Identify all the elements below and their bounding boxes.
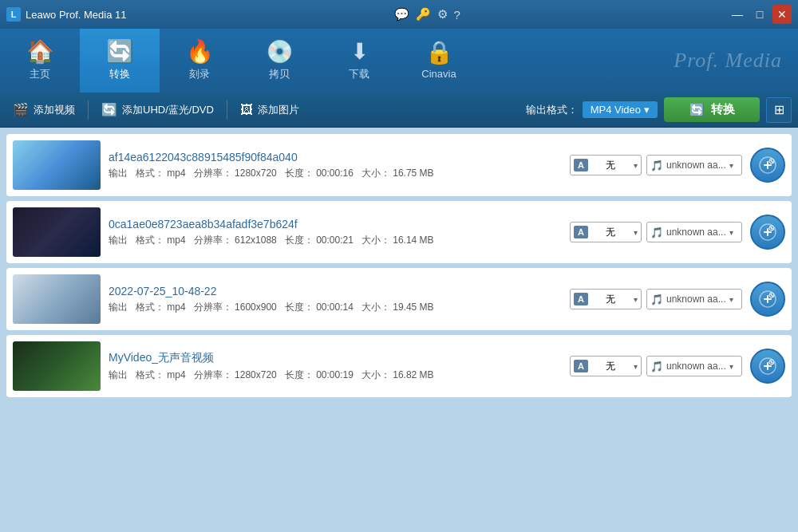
subtitle-caret-icon: ▾ [634, 362, 638, 371]
resolution-value-1: 1280x720 [235, 167, 277, 179]
audio-dropdown-1[interactable]: 🎵 unknown aa... ▾ [646, 155, 742, 175]
nav-copy[interactable]: 💿 拷贝 [239, 29, 319, 93]
toolbar-right: 输出格式： MP4 Video ▾ 🔄 转换 ⊞ [526, 97, 798, 123]
video-meta-4: 输出 格式： mp4 分辨率： 1280x720 长度： 00:00:19 大小… [109, 368, 562, 382]
settings-icon[interactable]: ⚙ [437, 7, 448, 22]
add-video-icon: 🎬 [13, 102, 29, 117]
video-title-3: 2022-07-25_10-48-22 [109, 285, 562, 298]
output-label: 输出 [109, 167, 128, 179]
duration-value-1: 00:00:16 [316, 167, 354, 179]
output-label: 输出 [109, 369, 128, 380]
nav-bar: 🏠 主页 🔄 转换 🔥 刻录 💿 拷贝 ⬇ 下载 🔒 Cinavia Prof.… [0, 29, 798, 93]
app-icon: L [6, 7, 21, 22]
add-image-label: 添加图片 [258, 103, 299, 117]
nav-burn-label: 刻录 [189, 67, 210, 81]
nav-cinavia-label: Cinavia [421, 68, 456, 80]
edit-icon [758, 290, 777, 309]
convert-label: 转换 [711, 102, 735, 117]
size-value-4: 16.82 MB [393, 369, 433, 380]
app-title: Leawo Prof. Media 11 [26, 9, 126, 21]
add-uhd-label: 添加UHD/蓝光/DVD [122, 103, 214, 117]
add-image-button[interactable]: 🖼 添加图片 [227, 93, 312, 127]
size-value-1: 16.75 MB [393, 167, 433, 179]
help-icon[interactable]: ? [454, 8, 460, 22]
resolution-label: 分辨率： [194, 234, 232, 246]
maximize-button[interactable]: □ [750, 5, 769, 24]
key-icon[interactable]: 🔑 [416, 7, 431, 22]
chat-icon[interactable]: 💬 [394, 7, 409, 22]
close-button[interactable]: ✕ [772, 5, 792, 24]
video-thumb-1 [13, 140, 101, 190]
duration-label: 长度： [285, 369, 314, 380]
resolution-value-2: 612x1088 [235, 234, 277, 246]
home-icon: 🏠 [26, 41, 54, 63]
nav-convert-label: 转换 [109, 67, 130, 81]
resolution-value-3: 1600x900 [235, 301, 277, 313]
subtitle-icon: A [574, 159, 588, 171]
format-badge[interactable]: MP4 Video ▾ [583, 101, 658, 118]
format-caret-icon: ▾ [644, 104, 650, 116]
video-info-2: 0ca1ae0e8723aea8b34afadf3e7b624f 输出 格式： … [109, 218, 562, 247]
add-video-button[interactable]: 🎬 添加视频 [0, 93, 88, 127]
duration-label: 长度： [285, 167, 314, 179]
video-thumb-2 [13, 207, 101, 257]
edit-button-2[interactable] [750, 215, 785, 250]
edit-button-3[interactable] [750, 282, 785, 317]
music-icon: 🎵 [650, 227, 663, 238]
nav-home[interactable]: 🏠 主页 [0, 29, 80, 93]
nav-download[interactable]: ⬇ 下载 [319, 29, 399, 93]
brand-text: Prof. Media [674, 49, 782, 73]
title-bar-icons: 💬 🔑 ⚙ ? [394, 7, 460, 22]
audio-dropdown-2[interactable]: 🎵 unknown aa... ▾ [646, 222, 742, 242]
subtitle-dropdown-1[interactable]: A 无 ▾ [570, 155, 642, 175]
video-title-4: MyVideo_无声音视频 [109, 351, 562, 365]
video-item-1: af14ea6122043c88915485f90f84a040 输出 格式： … [6, 134, 792, 196]
nav-cinavia[interactable]: 🔒 Cinavia [399, 29, 479, 93]
subtitle-value: 无 [606, 293, 615, 306]
toolbar: 🎬 添加视频 🔄 添加UHD/蓝光/DVD 🖼 添加图片 输出格式： MP4 V… [0, 93, 798, 128]
resolution-label: 分辨率： [194, 167, 232, 179]
video-meta-3: 输出 格式： mp4 分辨率： 1600x900 长度： 00:00:14 大小… [109, 301, 562, 314]
format-label: 格式： [136, 301, 164, 313]
edit-icon [758, 357, 777, 376]
music-icon: 🎵 [650, 361, 663, 372]
subtitle-dropdown-4[interactable]: A 无 ▾ [570, 356, 642, 376]
video-meta-2: 输出 格式： mp4 分辨率： 612x1088 长度： 00:00:21 大小… [109, 234, 562, 247]
nav-convert[interactable]: 🔄 转换 [80, 29, 160, 93]
add-uhd-button[interactable]: 🔄 添加UHD/蓝光/DVD [89, 93, 227, 127]
subtitle-value: 无 [606, 159, 615, 172]
add-uhd-icon: 🔄 [101, 102, 117, 117]
output-format-label: 输出格式： [526, 103, 578, 117]
format-value-4: mp4 [167, 369, 185, 380]
format-badge-text: MP4 Video [591, 104, 641, 116]
audio-dropdown-4[interactable]: 🎵 unknown aa... ▾ [646, 356, 742, 376]
convert-button[interactable]: 🔄 转换 [664, 97, 760, 122]
audio-caret-icon: ▾ [729, 161, 733, 170]
burn-icon: 🔥 [186, 41, 214, 63]
subtitle-dropdown-3[interactable]: A 无 ▾ [570, 289, 642, 309]
size-value-3: 19.45 MB [393, 301, 433, 313]
copy-icon: 💿 [266, 41, 294, 63]
format-value-1: mp4 [167, 167, 185, 179]
video-thumb-4 [13, 341, 101, 391]
edit-icon [758, 223, 777, 242]
add-image-icon: 🖼 [240, 103, 253, 117]
nav-burn[interactable]: 🔥 刻录 [160, 29, 239, 93]
duration-label: 长度： [285, 234, 314, 246]
subtitle-dropdown-2[interactable]: A 无 ▾ [570, 222, 642, 242]
resolution-value-4: 1280x720 [235, 369, 277, 380]
edit-button-4[interactable] [750, 349, 785, 384]
video-item-2: 0ca1ae0e8723aea8b34afadf3e7b624f 输出 格式： … [6, 201, 792, 263]
format-label: 格式： [136, 234, 164, 246]
edit-button-1[interactable] [750, 148, 785, 183]
audio-value: unknown aa... [666, 227, 726, 238]
minimize-button[interactable]: — [728, 5, 747, 24]
nav-copy-label: 拷贝 [269, 67, 290, 81]
layout-button[interactable]: ⊞ [766, 97, 792, 123]
audio-dropdown-3[interactable]: 🎵 unknown aa... ▾ [646, 289, 742, 309]
audio-caret-icon: ▾ [729, 228, 733, 237]
audio-value: unknown aa... [666, 361, 726, 372]
resolution-label: 分辨率： [194, 301, 232, 313]
size-label: 大小： [361, 301, 390, 313]
video-item-3: 2022-07-25_10-48-22 输出 格式： mp4 分辨率： 1600… [6, 268, 792, 330]
